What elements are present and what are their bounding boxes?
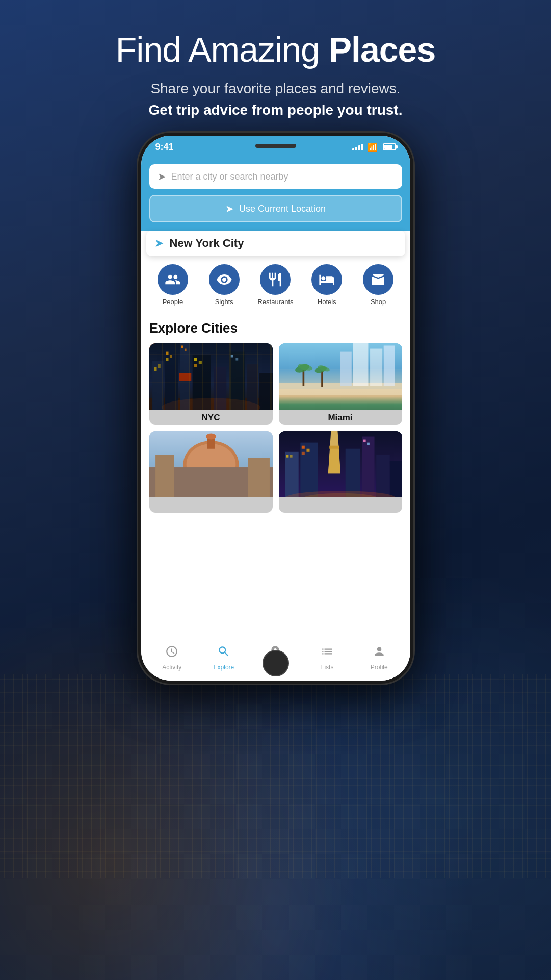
svg-rect-53 [301, 446, 304, 449]
people-icon-circle [158, 264, 188, 295]
svg-rect-50 [286, 455, 288, 458]
nyc-result-text: New York City [170, 237, 244, 250]
svg-rect-55 [306, 449, 309, 452]
signal-bar-3 [358, 145, 360, 150]
people-label: People [163, 298, 183, 306]
activity-icon [165, 645, 178, 662]
phone-home-button[interactable] [263, 650, 289, 676]
restaurants-label: Restaurants [257, 298, 293, 306]
explore-section: Explore Cities [141, 312, 410, 519]
svg-rect-17 [214, 367, 226, 410]
signal-bar-1 [352, 148, 354, 150]
restaurants-icon-circle [260, 264, 291, 295]
search-bar[interactable]: ➤ Enter a city or search nearby [149, 164, 402, 189]
svg-rect-19 [230, 355, 233, 358]
svg-rect-51 [290, 455, 292, 458]
nav-explore[interactable]: Explore [198, 640, 250, 671]
city-card-nyc[interactable]: NYC [149, 343, 273, 425]
city-lights [0, 674, 551, 878]
category-shop[interactable]: Shop [353, 264, 404, 306]
title-bold: Places [329, 30, 436, 69]
nyc-name: NYC [149, 410, 273, 424]
phone-frame: 9:41 📶 ➤ Enter a city or s [138, 133, 413, 684]
svg-rect-54 [301, 452, 304, 455]
lists-label: Lists [321, 664, 334, 671]
use-current-location-button[interactable]: ➤ Use Current Location [149, 195, 402, 222]
nyc-image [149, 343, 273, 410]
restaurants-icon [267, 271, 283, 288]
phone-scroll-area: ➤ Enter a city or search nearby ➤ Use Cu… [141, 158, 410, 638]
florence-name [149, 497, 273, 501]
battery-fill [384, 145, 393, 149]
profile-icon [373, 645, 386, 662]
svg-rect-28 [370, 349, 382, 386]
svg-rect-10 [181, 346, 183, 348]
vegas-image [279, 431, 402, 497]
nav-lists[interactable]: Lists [301, 640, 353, 671]
signal-bar-2 [355, 147, 357, 150]
svg-rect-29 [383, 346, 395, 386]
vegas-name [279, 497, 402, 501]
wifi-icon: 📶 [368, 142, 378, 152]
svg-rect-12 [179, 373, 191, 381]
category-hotels[interactable]: Hotels [301, 264, 353, 306]
miami-skyline [279, 343, 402, 410]
hotels-label: Hotels [318, 298, 336, 306]
miami-name: Miami [279, 410, 402, 424]
category-restaurants[interactable]: Restaurants [250, 264, 301, 306]
profile-label: Profile [371, 664, 388, 671]
city-card-florence[interactable] [149, 431, 273, 513]
svg-rect-15 [198, 361, 201, 364]
cities-grid: NYC [149, 343, 402, 519]
svg-rect-6 [166, 352, 168, 355]
sights-label: Sights [215, 298, 233, 306]
svg-rect-59 [367, 443, 370, 445]
category-sights[interactable]: Sights [198, 264, 250, 306]
svg-rect-61 [389, 461, 402, 497]
status-time: 9:41 [155, 142, 174, 153]
svg-rect-13 [192, 355, 211, 410]
svg-rect-56 [345, 449, 360, 497]
svg-rect-58 [363, 440, 365, 442]
title-normal: Find Amazing [116, 30, 329, 69]
nav-activity[interactable]: Activity [146, 640, 198, 671]
subtitle-line1: Share your favorite places and reviews. [150, 81, 400, 96]
sights-icon [216, 271, 232, 288]
svg-rect-20 [235, 358, 238, 361]
signal-bars-icon [352, 143, 363, 150]
category-people[interactable]: People [147, 264, 199, 306]
svg-rect-11 [184, 349, 186, 351]
explore-title: Explore Cities [149, 320, 402, 336]
signal-bar-4 [361, 144, 363, 150]
header-section: Find Amazing Places Share your favorite … [0, 31, 551, 121]
svg-rect-5 [165, 349, 178, 410]
city-card-miami[interactable]: Miami [279, 343, 402, 425]
svg-rect-48 [329, 446, 339, 449]
battery-icon [383, 143, 396, 150]
location-btn-label: Use Current Location [239, 204, 326, 214]
shop-icon-circle [363, 264, 393, 295]
svg-rect-60 [376, 455, 390, 497]
location-arrow-icon: ➤ [225, 203, 234, 215]
svg-rect-43 [155, 455, 174, 497]
nav-profile[interactable]: Profile [353, 640, 405, 671]
city-card-vegas[interactable] [279, 431, 402, 513]
phone-inner: 9:41 📶 ➤ Enter a city or s [141, 136, 410, 681]
categories-row: People Sights Re [141, 256, 410, 312]
people-icon [165, 271, 181, 288]
svg-rect-7 [169, 355, 172, 358]
svg-rect-30 [340, 352, 352, 386]
header-subtitle: Share your favorite places and reviews. … [41, 78, 510, 121]
nyc-result-bar[interactable]: ➤ New York City [146, 231, 405, 256]
search-placeholder: Enter a city or search nearby [171, 171, 288, 182]
svg-rect-2 [152, 361, 164, 410]
svg-rect-9 [180, 343, 190, 410]
svg-rect-27 [353, 343, 368, 386]
svg-marker-47 [328, 449, 340, 473]
lists-icon [321, 645, 334, 662]
svg-point-41 [206, 434, 216, 440]
shop-icon [370, 271, 386, 288]
subtitle-line2: Get trip advice from people you trust. [149, 102, 403, 118]
header-title: Find Amazing Places [41, 31, 510, 69]
explore-label: Explore [214, 664, 234, 671]
